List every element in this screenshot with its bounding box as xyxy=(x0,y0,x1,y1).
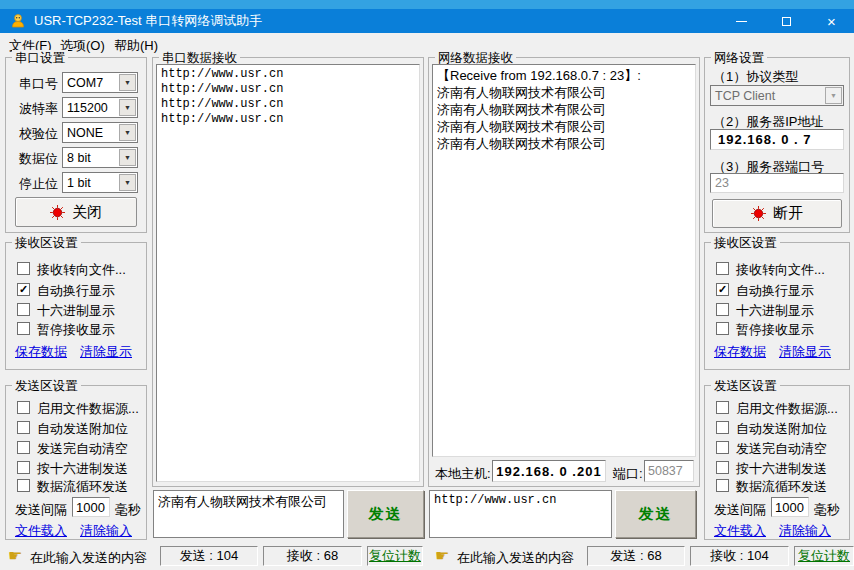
clear-display-link[interactable]: 清除显示 xyxy=(80,343,132,361)
checkbox-auto-append[interactable] xyxy=(17,421,30,434)
network-settings-title: 网络设置 xyxy=(711,50,767,67)
status-send-count-left: 发送 : 104 xyxy=(160,546,258,566)
minimize-button[interactable] xyxy=(719,9,764,33)
checkbox-hex-display[interactable] xyxy=(716,303,729,316)
network-disconnect-button[interactable]: 断开 xyxy=(712,199,842,228)
reset-count-link-left[interactable]: 复位计数 xyxy=(367,546,423,566)
network-receive-area[interactable]: 【Receive from 192.168.0.7 : 23】:济南有人物联网技… xyxy=(432,64,696,457)
interval-label: 发送间隔 xyxy=(714,501,766,519)
checkbox-auto-append[interactable] xyxy=(716,421,729,434)
save-data-link[interactable]: 保存数据 xyxy=(714,343,766,361)
checkbox-pause-recv[interactable] xyxy=(716,322,729,335)
recv-settings-group-right: 接收区设置 接收转向文件... ✓ 自动换行显示 十六进制显示 暂停接收显示 保… xyxy=(704,242,850,370)
checkbox-hex-send[interactable] xyxy=(17,461,30,474)
data-bits-label: 数据位 xyxy=(19,150,58,168)
send-settings-group-right: 发送区设置 启用文件数据源... 自动发送附加位 发送完自动清空 按十六进制发送… xyxy=(704,385,850,540)
checkbox-recv-to-file[interactable] xyxy=(716,262,729,275)
checkbox-pause-recv[interactable] xyxy=(17,322,30,335)
checkbox-label: 接收转向文件... xyxy=(736,261,825,279)
checkbox-label: 接收转向文件... xyxy=(37,261,126,279)
checkbox-hex-display[interactable] xyxy=(17,303,30,316)
baud-rate-select[interactable]: 115200 ▼ xyxy=(62,97,138,118)
recv-settings-title: 接收区设置 xyxy=(12,235,81,252)
checkbox-auto-newline[interactable]: ✓ xyxy=(716,283,729,296)
close-button[interactable]: × xyxy=(809,9,854,33)
network-send-button[interactable]: 发送 xyxy=(615,490,696,538)
checkbox-recv-to-file[interactable] xyxy=(17,262,30,275)
checkbox-label: 发送完自动清空 xyxy=(37,440,128,458)
serial-close-label: 关闭 xyxy=(72,203,102,222)
clear-input-link[interactable]: 清除输入 xyxy=(80,522,132,540)
checkbox-label: 十六进制显示 xyxy=(37,302,115,320)
chevron-down-icon: ▼ xyxy=(119,149,136,166)
clear-display-link[interactable]: 清除显示 xyxy=(779,343,831,361)
stop-bits-select[interactable]: 1 bit ▼ xyxy=(62,172,138,193)
app-logo-icon xyxy=(10,13,26,29)
local-host-label: 本地主机: xyxy=(435,465,491,483)
interval-label: 发送间隔 xyxy=(15,501,67,519)
minimize-icon xyxy=(736,21,747,22)
interval-unit: 毫秒 xyxy=(115,501,141,519)
send-settings-group-left: 发送区设置 启用文件数据源... 自动发送附加位 发送完自动清空 按十六进制发送… xyxy=(5,385,147,540)
serial-receive-area[interactable]: http://www.usr.cnhttp://www.usr.cnhttp:/… xyxy=(156,64,420,482)
data-bits-value: 8 bit xyxy=(63,151,119,165)
app-window: USR-TCP232-Test 串口转网络调试助手 × 文件(F) 选项(O) … xyxy=(0,0,854,570)
server-ip-value: 192.168. 0 . 7 xyxy=(718,132,812,147)
checkbox-label: 自动换行显示 xyxy=(37,282,115,300)
close-icon: × xyxy=(827,14,836,29)
data-bits-select[interactable]: 8 bit ▼ xyxy=(62,147,138,168)
checkbox-label: 数据流循环发送 xyxy=(736,478,827,496)
checkbox-loop-send[interactable] xyxy=(17,479,30,492)
status-hint-left: 在此输入发送的内容 xyxy=(30,549,147,567)
checkbox-label: 自动发送附加位 xyxy=(37,420,128,438)
red-led-icon xyxy=(751,206,766,221)
checkbox-label: 暂停接收显示 xyxy=(37,321,115,339)
protocol-value: TCP Client xyxy=(711,89,825,103)
baud-rate-value: 115200 xyxy=(63,101,119,115)
network-send-input[interactable]: http://www.usr.cn xyxy=(429,490,612,538)
parity-select[interactable]: NONE ▼ xyxy=(62,122,138,143)
serial-send-button[interactable]: 发送 xyxy=(347,490,424,538)
window-top-strip xyxy=(0,0,854,9)
reset-count-link-right[interactable]: 复位计数 xyxy=(794,546,854,566)
parity-label: 校验位 xyxy=(19,125,58,143)
menu-help[interactable]: 帮助(H) xyxy=(110,36,162,56)
checkbox-label: 按十六进制发送 xyxy=(736,460,827,478)
checkbox-loop-send[interactable] xyxy=(716,479,729,492)
local-host-ip-field[interactable]: 192.168. 0 .201 xyxy=(492,460,606,482)
checkbox-clear-after-send[interactable] xyxy=(716,441,729,454)
com-port-select[interactable]: COM7 ▼ xyxy=(62,72,138,93)
com-port-label: 串口号 xyxy=(19,75,58,93)
red-led-icon xyxy=(50,205,65,220)
network-settings-group: 网络设置 （1）协议类型 TCP Client ▼ （2）服务器IP地址 192… xyxy=(704,57,850,233)
checkbox-file-source[interactable] xyxy=(17,401,30,414)
file-load-link[interactable]: 文件载入 xyxy=(15,522,67,540)
save-data-link[interactable]: 保存数据 xyxy=(15,343,67,361)
maximize-icon xyxy=(782,17,791,26)
checkbox-clear-after-send[interactable] xyxy=(17,441,30,454)
interval-input[interactable] xyxy=(771,497,809,517)
interval-input[interactable] xyxy=(72,497,110,517)
status-send-count-right: 发送 : 68 xyxy=(587,546,685,566)
checkbox-file-source[interactable] xyxy=(716,401,729,414)
clear-input-link[interactable]: 清除输入 xyxy=(779,522,831,540)
baud-rate-label: 波特率 xyxy=(19,100,58,118)
recv-settings-title: 接收区设置 xyxy=(711,235,780,252)
checkbox-auto-newline[interactable]: ✓ xyxy=(17,283,30,296)
serial-receive-group: 串口数据接收 http://www.usr.cnhttp://www.usr.c… xyxy=(152,57,424,487)
network-disconnect-label: 断开 xyxy=(773,204,803,223)
maximize-button[interactable] xyxy=(764,9,809,33)
checkbox-hex-send[interactable] xyxy=(716,461,729,474)
serial-settings-group: 串口设置 串口号 COM7 ▼ 波特率 115200 ▼ 校验位 NONE ▼ … xyxy=(5,57,147,233)
hand-pointer-icon: ☛ xyxy=(8,548,22,564)
local-port-field: 50837 xyxy=(644,460,694,482)
checkbox-label: 十六进制显示 xyxy=(736,302,814,320)
chevron-down-icon: ▼ xyxy=(119,74,136,91)
checkbox-label: 启用文件数据源... xyxy=(736,400,838,418)
serial-send-input[interactable]: 济南有人物联网技术有限公司 xyxy=(153,490,344,538)
file-load-link[interactable]: 文件载入 xyxy=(714,522,766,540)
status-hint-right: 在此输入发送的内容 xyxy=(457,549,574,567)
local-port-label: 端口: xyxy=(613,465,643,483)
serial-close-button[interactable]: 关闭 xyxy=(15,197,137,227)
parity-value: NONE xyxy=(63,126,119,140)
